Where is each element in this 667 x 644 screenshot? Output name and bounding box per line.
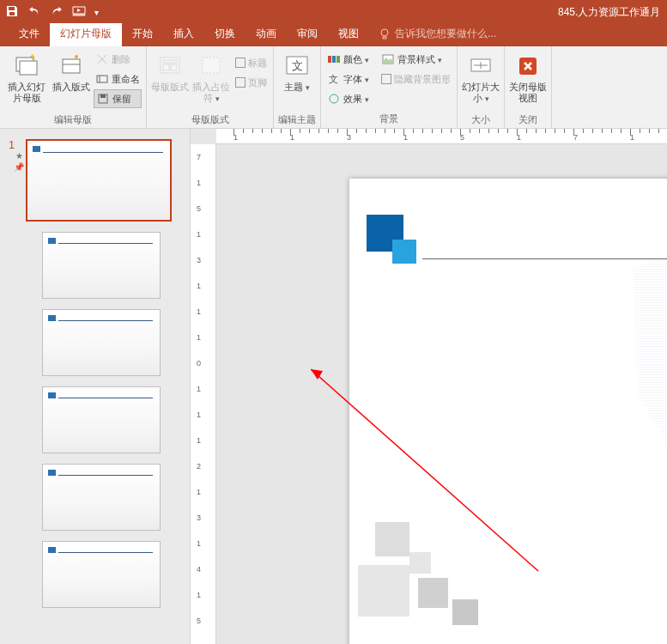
preserve-icon bbox=[96, 92, 110, 106]
accent-square bbox=[392, 240, 416, 264]
bg-styles-icon bbox=[381, 52, 395, 66]
checkbox-icon bbox=[235, 58, 246, 68]
ribbon-group-master-layout: 母版版式 插入占位符 标题 页脚 母版版式 bbox=[147, 46, 274, 128]
insert-layout-button[interactable]: 插入版式 bbox=[52, 50, 90, 110]
svg-point-3 bbox=[31, 56, 33, 58]
hide-background-checkbox: 隐藏背景图形 bbox=[379, 70, 452, 88]
svg-rect-19 bbox=[332, 56, 336, 63]
layout-thumbnail[interactable] bbox=[42, 464, 161, 531]
ribbon-group-close: 关闭母版视图 关闭 bbox=[505, 46, 552, 128]
document-title: 845.人力资源工作通月 bbox=[558, 5, 660, 20]
background-styles-button[interactable]: 背景样式 bbox=[379, 50, 452, 69]
svg-rect-2 bbox=[20, 61, 37, 75]
background-decoration bbox=[409, 552, 431, 574]
background-decoration bbox=[452, 599, 478, 625]
tab-transitions[interactable]: 切换 bbox=[204, 23, 246, 46]
titlebar: ▾ 845.人力资源工作通月 bbox=[0, 0, 667, 24]
tab-file[interactable]: 文件 bbox=[9, 23, 50, 46]
ribbon-group-edit-master: 插入幻灯片母版 插入版式 删除 重命名 保留 bbox=[0, 46, 147, 128]
svg-rect-4 bbox=[63, 59, 80, 73]
delete-button: 删除 bbox=[94, 50, 142, 69]
background-decoration bbox=[607, 239, 667, 522]
master-number: 1 bbox=[6, 139, 15, 151]
slide[interactable] bbox=[349, 179, 667, 644]
pin-icon: 📌 bbox=[14, 162, 24, 172]
svg-point-6 bbox=[75, 55, 78, 58]
effects-button[interactable]: 效果 bbox=[325, 89, 371, 108]
svg-text:文: 文 bbox=[329, 74, 338, 84]
tab-slide-master[interactable]: 幻灯片母版 bbox=[50, 23, 122, 46]
layout-thumbnail[interactable] bbox=[42, 541, 161, 608]
preserve-button[interactable]: 保留 bbox=[94, 89, 142, 108]
svg-text:文: 文 bbox=[292, 59, 303, 72]
rename-button[interactable]: 重命名 bbox=[94, 70, 142, 88]
quick-access-toolbar: ▾ bbox=[5, 4, 99, 21]
layout-thumbnail[interactable] bbox=[42, 232, 161, 299]
save-icon[interactable] bbox=[5, 4, 19, 21]
fonts-icon: 文 bbox=[327, 72, 341, 86]
tab-insert[interactable]: 插入 bbox=[163, 23, 204, 46]
insert-slide-master-button[interactable]: 插入幻灯片母版 bbox=[4, 50, 49, 110]
slide-size-icon bbox=[467, 52, 494, 80]
insert-layout-icon bbox=[58, 52, 85, 80]
svg-point-22 bbox=[330, 94, 338, 103]
ribbon-group-size: 幻灯片大小 大小 bbox=[458, 46, 505, 128]
tab-review[interactable]: 审阅 bbox=[287, 23, 328, 46]
lightbulb-icon bbox=[378, 27, 391, 41]
horizontal-ruler[interactable]: 11315171 bbox=[216, 129, 667, 144]
colors-button[interactable]: 颜色 bbox=[325, 50, 371, 69]
master-thumbnail[interactable] bbox=[26, 139, 172, 222]
close-icon bbox=[514, 52, 542, 80]
effects-icon bbox=[327, 92, 341, 106]
fonts-button[interactable]: 文 字体 bbox=[325, 70, 371, 88]
tab-animations[interactable]: 动画 bbox=[246, 23, 287, 46]
star-icon: ★ bbox=[15, 151, 23, 161]
themes-button[interactable]: 文 主题 bbox=[278, 50, 316, 110]
ribbon-group-background: 颜色 文 字体 效果 背景样式 隐藏背景图形 bbox=[321, 46, 458, 128]
master-layout-button: 母版版式 bbox=[151, 50, 189, 110]
background-decoration bbox=[375, 522, 409, 556]
layout-thumbnail[interactable] bbox=[42, 309, 161, 376]
delete-icon bbox=[95, 52, 109, 66]
svg-rect-18 bbox=[328, 56, 331, 63]
ribbon-group-edit-theme: 文 主题 编辑主题 bbox=[274, 46, 321, 128]
colors-icon bbox=[327, 52, 341, 66]
master-indicators: ★ 📌 bbox=[15, 151, 23, 172]
redo-icon[interactable] bbox=[50, 4, 64, 21]
undo-icon[interactable] bbox=[27, 4, 41, 21]
svg-rect-7 bbox=[97, 76, 107, 82]
rename-icon bbox=[95, 72, 109, 86]
insert-placeholder-button: 插入占位符 bbox=[192, 50, 230, 110]
start-from-beginning-icon[interactable] bbox=[72, 4, 86, 21]
tell-me[interactable]: 告诉我您想要做什么... bbox=[369, 23, 505, 46]
vertical-ruler[interactable]: 71513111011121314151 bbox=[191, 144, 216, 644]
divider-line bbox=[422, 258, 667, 259]
qat-more-icon[interactable]: ▾ bbox=[94, 8, 99, 17]
theme-icon: 文 bbox=[283, 52, 311, 80]
placeholder-icon bbox=[197, 52, 225, 80]
background-decoration bbox=[418, 578, 448, 608]
close-master-view-button[interactable]: 关闭母版视图 bbox=[509, 50, 547, 110]
master-layout-icon bbox=[156, 52, 184, 80]
svg-point-0 bbox=[381, 29, 388, 36]
ribbon-tabs: 文件 幻灯片母版 开始 插入 切换 动画 审阅 视图 告诉我您想要做什么... bbox=[0, 24, 667, 46]
edit-area: 11315171 71513111011121314151 bbox=[191, 129, 667, 644]
slide-size-button[interactable]: 幻灯片大小 bbox=[462, 50, 500, 110]
layout-thumbnail[interactable] bbox=[42, 386, 161, 453]
svg-rect-10 bbox=[100, 94, 106, 98]
footer-checkbox: 页脚 bbox=[233, 73, 269, 92]
title-checkbox: 标题 bbox=[233, 53, 269, 72]
svg-rect-20 bbox=[337, 56, 340, 63]
ribbon: 插入幻灯片母版 插入版式 删除 重命名 保留 bbox=[0, 46, 667, 129]
tab-view[interactable]: 视图 bbox=[328, 23, 369, 46]
checkbox-icon bbox=[235, 77, 246, 88]
insert-slide-master-icon bbox=[13, 52, 40, 80]
svg-rect-15 bbox=[203, 58, 220, 73]
workspace: 1 ★ 📌 11315171 71513111011121314151 bbox=[0, 129, 667, 644]
checkbox-icon bbox=[381, 74, 391, 84]
slide-canvas[interactable] bbox=[216, 144, 667, 644]
slide-thumbnail-pane[interactable]: 1 ★ 📌 bbox=[0, 129, 191, 644]
background-decoration bbox=[358, 565, 409, 617]
tab-home[interactable]: 开始 bbox=[122, 23, 163, 46]
